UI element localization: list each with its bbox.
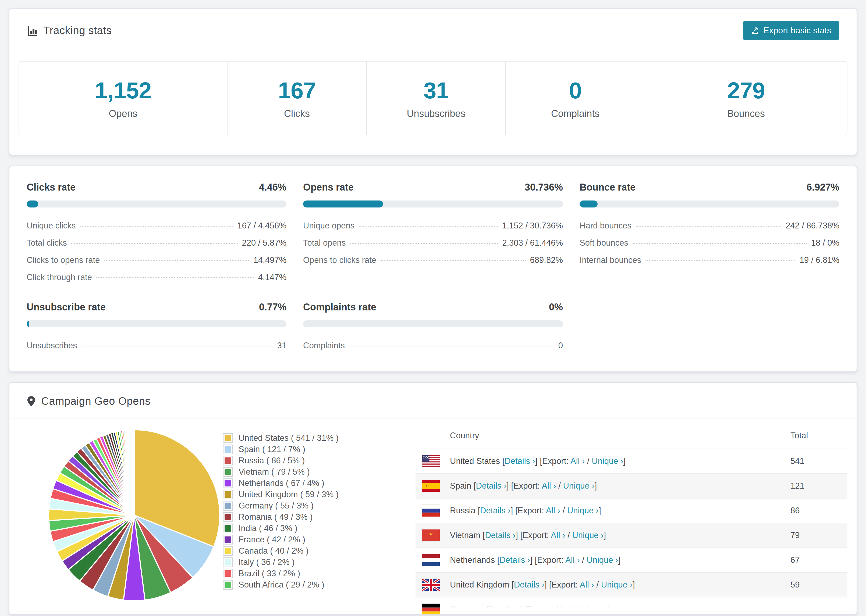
legend-swatch	[223, 535, 233, 545]
dotted-leader	[96, 277, 254, 278]
details-link[interactable]: Details ›	[489, 605, 520, 614]
rate-row-value: 1,152 / 30.736%	[502, 221, 563, 231]
legend-label: Romania ( 49 / 3% )	[239, 512, 313, 522]
clicks-rate-title: Clicks rate	[27, 182, 76, 193]
export-all-link[interactable]: All ›	[554, 605, 569, 614]
complaints-rate-progressbar	[303, 321, 563, 327]
unsubscribe-rate-block: Unsubscribe rate 0.77% Unsubscribes 31	[27, 302, 287, 354]
complaints-rate-value: 0%	[549, 302, 563, 313]
stat-opens-value: 1,152	[95, 77, 151, 104]
export-unique-link[interactable]: Unique ›	[567, 506, 599, 515]
stat-complaints: 0 Complaints	[506, 61, 645, 135]
legend-swatch	[223, 512, 233, 522]
tracking-stats-header: Tracking stats Export basic stats	[9, 9, 857, 51]
geo-pie-chart[interactable]	[46, 426, 223, 604]
legend-item[interactable]: Italy ( 36 / 2% )	[223, 556, 411, 568]
export-all-link[interactable]: All ›	[570, 456, 585, 466]
export-all-link[interactable]: All ›	[542, 481, 556, 490]
legend-item[interactable]: Germany ( 55 / 3% )	[223, 500, 411, 511]
legend-item[interactable]: Vietnam ( 79 / 5% )	[223, 466, 411, 478]
legend-label: India ( 46 / 3% )	[239, 523, 298, 533]
rate-row-label: Soft bounces	[579, 238, 628, 248]
geo-table-header: Country Total	[416, 424, 847, 449]
rate-row: Internal bounces 19 / 6.81%	[579, 251, 839, 269]
legend-item[interactable]: Brazil ( 33 / 2% )	[223, 568, 411, 579]
rate-row-value: 242 / 86.738%	[786, 221, 839, 231]
legend-swatch	[223, 490, 233, 499]
geo-pie-legend: United States ( 541 / 31% ) Spain ( 121 …	[223, 432, 411, 591]
legend-item[interactable]: Netherlands ( 67 / 4% )	[223, 478, 411, 489]
country-total: 121	[790, 481, 847, 491]
details-link[interactable]: Details ›	[514, 580, 545, 589]
export-unique-link[interactable]: Unique ›	[563, 481, 595, 490]
legend-label: Spain ( 121 / 7% )	[239, 445, 305, 454]
details-link[interactable]: Details ›	[480, 506, 511, 515]
stat-clicks-value: 167	[278, 77, 316, 104]
rate-row-value: 0	[558, 341, 563, 350]
page-title: Tracking stats	[43, 24, 112, 36]
stat-unsubscribes-value: 31	[424, 77, 449, 104]
country-column-header: Country	[450, 431, 790, 440]
legend-item[interactable]: France ( 42 / 2% )	[223, 534, 411, 545]
details-link[interactable]: Details ›	[499, 555, 530, 565]
rate-row-value: 220 / 5.87%	[242, 238, 287, 248]
map-pin-icon	[27, 395, 36, 407]
country-name: United States	[450, 456, 500, 466]
stat-clicks-label: Clicks	[284, 108, 310, 119]
legend-item[interactable]: Canada ( 40 / 2% )	[223, 545, 411, 556]
rate-row-label: Unique clicks	[27, 221, 76, 231]
rate-row-value: 689.82%	[530, 255, 563, 265]
export-unique-link[interactable]: Unique ›	[601, 580, 633, 589]
country-total: 59	[790, 580, 847, 590]
rate-row-value: 2,303 / 61.446%	[502, 238, 563, 248]
country-flag-icon	[422, 530, 440, 541]
legend-label: United Kingdom ( 59 / 3% )	[239, 490, 339, 499]
legend-item[interactable]: United Kingdom ( 59 / 3% )	[223, 489, 411, 500]
geo-opens-header: Campaign Geo Opens	[9, 383, 857, 418]
export-all-link[interactable]: All ›	[565, 555, 579, 565]
bounce-rate-progressbar	[579, 201, 839, 207]
export-unique-link[interactable]: Unique ›	[572, 531, 603, 540]
details-link[interactable]: Details ›	[505, 456, 535, 466]
rate-row-label: Hard bounces	[579, 221, 631, 231]
rate-row-label: Complaints	[303, 341, 345, 350]
geo-table-row: Spain [Details ›] [Export: All › / Uniqu…	[416, 473, 847, 498]
legend-item[interactable]: South Africa ( 29 / 2% )	[223, 579, 411, 591]
legend-item[interactable]: India ( 46 / 3% )	[223, 523, 411, 534]
stat-bounces-label: Bounces	[727, 108, 765, 119]
legend-label: Canada ( 40 / 2% )	[239, 546, 309, 556]
pie-slice[interactable]	[134, 430, 134, 515]
legend-item[interactable]: United States ( 541 / 31% )	[223, 432, 411, 444]
legend-item[interactable]: Russia ( 86 / 5% )	[223, 455, 411, 466]
details-link[interactable]: Details ›	[476, 481, 507, 490]
legend-item[interactable]: Spain ( 121 / 7% )	[223, 444, 411, 455]
legend-swatch	[223, 433, 233, 443]
export-unique-link[interactable]: Unique ›	[576, 605, 608, 614]
dotted-leader	[104, 260, 249, 261]
legend-item[interactable]: Romania ( 49 / 3% )	[223, 511, 411, 523]
details-link[interactable]: Details ›	[485, 531, 516, 540]
legend-label: Brazil ( 33 / 2% )	[239, 569, 300, 578]
rate-row-value: 4.147%	[258, 272, 287, 282]
export-all-link[interactable]: All ›	[551, 531, 565, 540]
legend-swatch	[223, 558, 233, 567]
stat-unsubscribes-label: Unsubscribes	[407, 108, 466, 119]
export-unique-link[interactable]: Unique ›	[592, 456, 623, 466]
export-all-link[interactable]: All ›	[546, 506, 560, 515]
opens-rate-title: Opens rate	[303, 182, 354, 193]
clicks-rate-progressbar	[27, 201, 287, 207]
export-unique-link[interactable]: Unique ›	[587, 555, 618, 565]
stats-summary-row: 1,152 Opens 167 Clicks 31 Unsubscribes 0…	[19, 61, 847, 135]
geo-table-row: Netherlands [Details ›] [Export: All › /…	[416, 547, 847, 572]
dotted-leader	[646, 260, 795, 261]
country-total: 541	[790, 456, 847, 466]
stat-complaints-label: Complaints	[551, 108, 600, 119]
stat-bounces: 279 Bounces	[645, 61, 847, 135]
geo-opens-card: Campaign Geo Opens United States ( 541 /…	[9, 382, 857, 615]
export-all-link[interactable]: All ›	[580, 580, 594, 589]
total-column-header: Total	[790, 431, 847, 440]
stat-complaints-value: 0	[569, 77, 582, 104]
country-flag-icon	[422, 455, 440, 467]
country-name: Russia	[450, 506, 476, 515]
export-basic-stats-button[interactable]: Export basic stats	[743, 21, 839, 40]
